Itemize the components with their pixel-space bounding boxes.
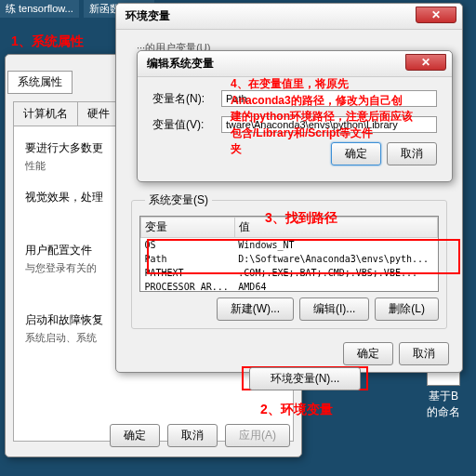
window-title: 环境变量 ✕ — [116, 4, 462, 30]
annotation-1: 1、系统属性 — [11, 33, 84, 50]
title-text: 编辑系统变量 — [147, 57, 214, 70]
sysprops-tab-highlight: 系统属性 — [7, 71, 73, 94]
annotation-3: 3、找到路径 — [265, 210, 337, 227]
table-row[interactable]: PROCESSOR_AR...AMD64 — [141, 280, 438, 292]
close-icon[interactable]: ✕ — [416, 7, 456, 23]
sys-vars-table[interactable]: 变量值 OSWindows_NT PathD:\Software\Anacond… — [139, 216, 439, 292]
tab-hardware[interactable]: 硬件 — [77, 101, 120, 126]
delete-button[interactable]: 删除(L) — [375, 298, 439, 321]
cancel-button[interactable]: 取消 — [167, 424, 218, 447]
var-name-label: 变量名(N): — [152, 91, 221, 107]
table-row[interactable]: OSWindows_NT — [141, 238, 438, 253]
annotation-4: 4、在变量值里，将原先 Anaconda3的路径，修改为自己创 建的python… — [231, 75, 468, 157]
var-value-label: 变量值(V): — [152, 117, 221, 133]
col-variable[interactable]: 变量 — [141, 218, 235, 238]
edit-button[interactable]: 编辑(I)... — [299, 298, 369, 321]
icon-label: 基于B — [420, 389, 467, 404]
table-row[interactable]: PathD:\Software\Anaconda3\envs\pyth... — [141, 252, 438, 266]
window-title: 编辑系统变量 ✕ — [138, 51, 452, 77]
env-vars-button-highlight: 环境变量(N)... — [242, 366, 368, 390]
new-button[interactable]: 新建(W)... — [217, 298, 294, 321]
table-row[interactable]: PATHEXT.COM;.EXE;.BAT;.CMD;.VBS;.VBE... — [141, 266, 438, 280]
title-text: 环境变量 — [126, 9, 170, 22]
ok-button[interactable]: 确定 — [343, 342, 393, 365]
env-vars-button[interactable]: 环境变量(N)... — [249, 367, 361, 390]
cancel-button[interactable]: 取消 — [399, 342, 449, 365]
sys-vars-label: 系统变量(S) — [145, 192, 212, 208]
apply-button[interactable]: 应用(A) — [225, 424, 290, 447]
close-icon[interactable]: ✕ — [405, 54, 446, 71]
icon-sublabel: 的命名 — [420, 404, 467, 420]
ok-button[interactable]: 确定 — [110, 424, 160, 447]
annotation-2: 2、环境变量 — [260, 402, 333, 418]
tab-computer-name[interactable]: 计算机名 — [13, 101, 78, 126]
taskbar-item[interactable]: 练 tensorflow... — [0, 0, 79, 18]
